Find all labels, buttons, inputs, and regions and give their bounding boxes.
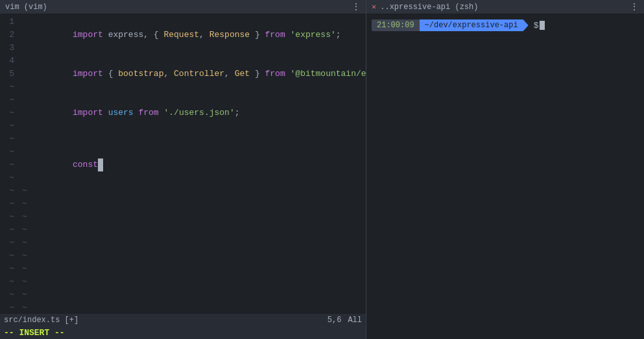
tilde-line: ~ [22, 301, 366, 313]
line-num-tilde-10: ~ [0, 197, 14, 210]
close-icon[interactable]: ✕ [372, 2, 376, 12]
prompt-path: ~/dev/expressive-api [420, 19, 529, 31]
tilde-line: ~ [22, 210, 366, 223]
line-num-tilde-7: ~ [0, 158, 14, 171]
line-num-tilde-8: ~ [0, 171, 14, 184]
terminal-titlebar: ✕ ..xpressive-api (zsh) ⋮ [366, 0, 644, 14]
code-line-1: import express, { Request, Response } fr… [22, 16, 366, 55]
code-line-3: import users from './users.json'; [22, 94, 366, 132]
terminal-cursor [540, 21, 545, 30]
status-range: All [348, 316, 362, 325]
line-num-1: 1 [0, 16, 14, 29]
terminal-body: 21:00:09 ~/dev/expressive-api $ [366, 14, 644, 339]
terminal-menu-icon[interactable]: ⋮ [630, 1, 639, 12]
line-numbers: 1 2 3 4 5 ~ ~ ~ ~ ~ ~ ~ ~ ~ ~ ~ ~ ~ ~ ~ [0, 14, 18, 313]
line-num-tilde-9: ~ [0, 184, 14, 197]
line-num-tilde-4: ~ [0, 119, 14, 132]
vim-titlebar: vim (vim) ⋮ [0, 0, 366, 14]
vim-pane: vim (vim) ⋮ 1 2 3 4 5 ~ ~ ~ ~ ~ ~ ~ ~ ~ … [0, 0, 366, 339]
code-line-4 [22, 132, 366, 145]
vim-menu-icon[interactable]: ⋮ [352, 1, 361, 12]
line-num-tilde-1: ~ [0, 81, 14, 94]
line-num-tilde-13: ~ [0, 236, 14, 249]
terminal-title: ..xpressive-api (zsh) [380, 3, 478, 12]
tilde-line: ~ [22, 288, 366, 301]
keyword-import-1: import [73, 30, 103, 40]
line-num-tilde-11: ~ [0, 210, 14, 223]
vim-cursor [98, 158, 103, 171]
tilde-line: ~ [22, 197, 366, 210]
tilde-line: ~ [22, 262, 366, 275]
line-num-5: 5 [0, 68, 14, 81]
vim-statusbar: src/index.ts [+] 5,6 All [0, 313, 366, 326]
line-num-tilde-17: ~ [0, 288, 14, 301]
keyword-import-3: import [73, 108, 103, 118]
tilde-line: ~ [22, 249, 366, 262]
line-num-tilde-14: ~ [0, 249, 14, 262]
line-num-tilde-15: ~ [0, 262, 14, 275]
line-num-3: 3 [0, 42, 14, 55]
vim-title: vim (vim) [5, 3, 47, 12]
status-position: 5,6 [328, 316, 342, 325]
vim-editor: 1 2 3 4 5 ~ ~ ~ ~ ~ ~ ~ ~ ~ ~ ~ ~ ~ ~ ~ [0, 14, 366, 313]
line-num-2: 2 [0, 29, 14, 42]
status-filename: src/index.ts [+] [4, 316, 78, 325]
line-num-tilde-6: ~ [0, 145, 14, 158]
code-area[interactable]: import express, { Request, Response } fr… [18, 14, 366, 313]
line-num-tilde-16: ~ [0, 275, 14, 288]
line-num-tilde-2: ~ [0, 94, 14, 107]
terminal-pane: ✕ ..xpressive-api (zsh) ⋮ 21:00:09 ~/dev… [366, 0, 644, 339]
tilde-line: ~ [22, 275, 366, 288]
code-line-2: import { bootstrap, Controller, Get } fr… [22, 55, 366, 94]
line-num-tilde-18: ~ [0, 301, 14, 313]
prompt-line: 21:00:09 ~/dev/expressive-api $ [372, 17, 639, 34]
tilde-line: ~ [22, 236, 366, 249]
line-num-tilde-5: ~ [0, 132, 14, 145]
code-line-5: const [22, 145, 366, 184]
line-num-tilde-3: ~ [0, 107, 14, 119]
line-num-4: 4 [0, 55, 14, 68]
tilde-line: ~ [22, 184, 366, 197]
prompt-dollar: $ [534, 21, 539, 31]
vim-mode-label: -- INSERT -- [4, 328, 65, 338]
keyword-import-2: import [73, 69, 103, 79]
tilde-line: ~ [22, 223, 366, 236]
terminal-title-left: ✕ ..xpressive-api (zsh) [372, 2, 478, 12]
line-num-tilde-12: ~ [0, 223, 14, 236]
vim-modeline: -- INSERT -- [0, 326, 366, 339]
prompt-time: 21:00:09 [372, 19, 420, 31]
split-layout: vim (vim) ⋮ 1 2 3 4 5 ~ ~ ~ ~ ~ ~ ~ ~ ~ … [0, 0, 644, 339]
